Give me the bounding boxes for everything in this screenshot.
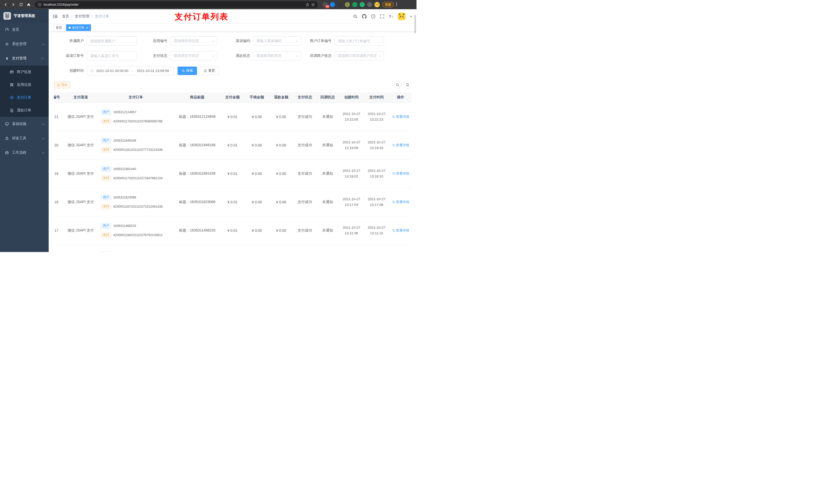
merchant-order-no-input[interactable]	[335, 37, 384, 46]
lock-icon	[5, 136, 9, 140]
view-detail-link[interactable]: 查看详情	[392, 228, 409, 233]
sidebar-item-payment[interactable]: ¥ 支付管理	[0, 51, 49, 66]
active-dot	[69, 27, 71, 29]
sidebar-item-merchant-info[interactable]: 商户信息	[0, 66, 49, 78]
sidebar-item-app-info[interactable]: 应用信息	[0, 78, 49, 91]
create-time-range-picker[interactable]: 2021-10-01 00:00:00 - 2021-10-31 23:59:5…	[87, 66, 173, 75]
col-channel: 支付渠道	[64, 92, 97, 102]
toggle-search-button[interactable]	[394, 81, 401, 89]
view-detail-link[interactable]: 查看详情	[392, 115, 409, 119]
table-row: 19 微信 JSAPI 支付 商户1635311881440 支付4200001…	[54, 159, 411, 188]
chevron-down-icon	[212, 39, 215, 42]
fullscreen-icon[interactable]	[380, 14, 384, 19]
cell-fee	[245, 245, 269, 252]
browser-menu-icon[interactable]	[395, 2, 399, 7]
notify-status-label: 回调商户状态	[301, 53, 335, 58]
range-separator: -	[131, 69, 134, 73]
merchant-input[interactable]	[87, 37, 137, 46]
view-detail-link[interactable]: 查看详情	[392, 143, 409, 147]
olive-extension-icon[interactable]	[345, 2, 350, 7]
view-detail-link[interactable]: 查看详情	[392, 200, 409, 205]
sidebar: 芋道管理系统 首页 系统管理 ¥ 支付管理 商户信息	[0, 9, 49, 252]
drop-extension-icon[interactable]	[330, 2, 335, 7]
tab-home[interactable]: 首页	[53, 24, 65, 31]
sidebar-item-system[interactable]: 系统管理	[0, 37, 49, 51]
view-detail-link[interactable]: 查看详情	[392, 171, 409, 176]
target-icon	[10, 96, 14, 100]
notify-status-select[interactable]: 请选择订单回调商户状态	[335, 51, 384, 61]
filter-row-1: 所属商户 应用编号 请选择应用信息 渠道编码 请输入渠道编码 商户订单编号	[54, 37, 411, 46]
cell-order: 商户1635311823086 支付4200001167202110271022…	[97, 188, 174, 216]
help-icon[interactable]: ?	[371, 14, 376, 19]
sidebar-item-home[interactable]: 首页	[0, 23, 49, 37]
puzzle-extension-icon[interactable]: 10	[323, 2, 328, 7]
search-button[interactable]: 搜索	[177, 67, 197, 75]
breadcrumb-home[interactable]: 首页	[62, 14, 69, 19]
avatar-caret-icon[interactable]	[410, 16, 412, 17]
sidebar-item-refund-order[interactable]: 退款订单	[0, 104, 49, 117]
dashboard-icon	[5, 28, 9, 32]
sidebar-item-workflow[interactable]: 工作流程	[0, 145, 49, 160]
app-logo[interactable]: 芋道管理系统	[0, 9, 49, 23]
dark-extension-icon[interactable]	[337, 2, 342, 7]
pay-status-select[interactable]: 请选择支付状态	[170, 51, 217, 61]
channel-code-select[interactable]: 请输入渠道编码	[253, 37, 301, 46]
refresh-table-button[interactable]	[404, 81, 411, 89]
svg-text:T: T	[389, 15, 391, 19]
sidebar-item-pay-order[interactable]: 支付订单	[0, 91, 49, 104]
pay-status-label: 支付状态	[137, 53, 170, 58]
search-icon[interactable]	[353, 14, 358, 19]
chevron-down-icon	[379, 54, 381, 57]
pay-tag: 支付	[101, 232, 111, 238]
sidebar-item-dev-tools[interactable]: 研发工具	[0, 131, 49, 145]
cell-channel	[64, 245, 97, 252]
bookmark-star-icon[interactable]	[311, 3, 315, 6]
refund-status-select[interactable]: 请选择退款状态	[253, 51, 301, 61]
cell-channel: 微信 JSAPI 支付	[64, 216, 97, 245]
col-refund: 退款金额	[269, 92, 293, 102]
export-button[interactable]: 导出	[54, 81, 70, 88]
cell-channel: 微信 JSAPI 支付	[64, 188, 97, 216]
back-button[interactable]	[2, 1, 9, 8]
font-size-icon[interactable]: TT	[389, 14, 394, 19]
breadcrumb-payment[interactable]: 支付管理	[75, 14, 89, 19]
scrollbar-thumb[interactable]	[414, 15, 416, 33]
cell-amount: ¥ 0.01	[220, 159, 245, 188]
search-icon	[392, 200, 395, 203]
pikachu-extension-icon[interactable]	[375, 2, 380, 7]
share-icon[interactable]	[306, 3, 309, 6]
address-bar[interactable]: localhost:1024/pay/order	[35, 1, 318, 8]
cell-refund	[269, 245, 293, 252]
site-info-icon[interactable]	[38, 3, 42, 6]
teal-extension-icon[interactable]	[360, 2, 365, 7]
cell-notify	[316, 245, 339, 252]
cell-order: 商户1635311881440 支付4200001173202110272847…	[97, 159, 174, 188]
home-button[interactable]	[25, 1, 32, 8]
cell-create-time: 2021-10-2713:19:09	[339, 131, 364, 159]
breadcrumb-current: 支付订单	[95, 14, 109, 19]
cell-channel: 微信 JSAPI 支付	[64, 131, 97, 159]
browser-update-button[interactable]: 更新	[382, 2, 394, 7]
close-icon[interactable]	[86, 27, 88, 29]
forward-button[interactable]	[10, 1, 17, 8]
table-row: 20 微信 JSAPI 支付 商户1635311949168 支付4200001…	[54, 131, 411, 159]
reset-button[interactable]: 重置	[199, 67, 219, 75]
filter-row-2: 渠道订单号 支付状态 请选择支付状态 退款状态 请选择退款状态 回调商户状态 请…	[54, 51, 411, 61]
col-actions: 操作	[389, 92, 411, 102]
cell-notify: 未通知	[316, 131, 339, 159]
gray-extension-icon[interactable]	[367, 2, 372, 7]
github-icon[interactable]	[362, 14, 366, 19]
app-no-select[interactable]: 请选择应用信息	[170, 37, 217, 46]
table-toolbar: 导出	[54, 81, 411, 89]
cell-title: 标题：1635312124656	[174, 102, 220, 131]
sidebar-item-infra[interactable]: 基础设施	[0, 117, 49, 131]
channel-order-no-input[interactable]	[87, 51, 137, 61]
user-avatar[interactable]	[398, 13, 405, 20]
reload-button[interactable]	[18, 1, 25, 8]
collapse-sidebar-icon[interactable]	[53, 14, 58, 19]
tab-pay-order[interactable]: 支付订单	[66, 24, 91, 31]
green-extension-icon[interactable]	[352, 2, 357, 7]
chevron-down-icon	[42, 122, 45, 125]
cell-refund: ¥ 0.00	[269, 159, 293, 188]
cell-status: 支付成功	[293, 131, 316, 159]
